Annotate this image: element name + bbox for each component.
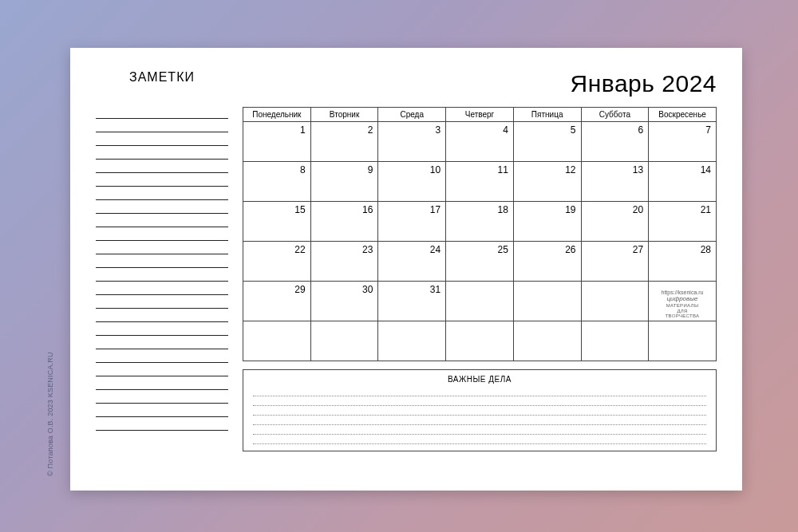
weekday-header: Понедельник xyxy=(243,108,311,122)
note-line xyxy=(96,241,228,254)
day-cell: 31 xyxy=(378,282,446,321)
note-line xyxy=(96,309,228,322)
day-cell xyxy=(513,282,581,321)
day-cell: 26 xyxy=(513,242,581,282)
weekday-header: Суббота xyxy=(581,108,649,122)
day-cell: 11 xyxy=(446,162,514,202)
note-line xyxy=(96,268,228,282)
stamp-brand: цифровые xyxy=(650,296,714,303)
day-cell: 17 xyxy=(378,202,446,242)
day-cell: 23 xyxy=(310,242,378,282)
note-line xyxy=(96,173,228,187)
day-cell: 30 xyxy=(310,282,378,321)
day-cell xyxy=(446,282,514,321)
day-cell: 5 xyxy=(513,122,581,162)
day-cell: 15 xyxy=(243,202,311,242)
calendar-grid: ПонедельникВторникСредаЧетвергПятницаСуб… xyxy=(243,107,717,361)
day-cell xyxy=(446,321,514,361)
note-line xyxy=(96,376,228,390)
day-cell xyxy=(310,321,378,361)
day-cell: 10 xyxy=(378,162,446,202)
weekday-header: Четверг xyxy=(446,108,514,122)
month-title: Январь 2024 xyxy=(243,70,717,97)
task-line xyxy=(253,425,706,435)
note-line xyxy=(96,119,228,132)
day-cell: 7 xyxy=(649,122,717,162)
day-cell: 4 xyxy=(446,122,514,162)
stamp-line: ТВОРЧЕСТВА xyxy=(650,313,714,319)
day-cell: 9 xyxy=(310,162,378,202)
day-cell xyxy=(649,321,717,361)
note-line xyxy=(96,349,228,363)
note-line xyxy=(96,417,228,431)
copyright-text: © Потапова О.В. 2023 KSENICA.RU xyxy=(46,352,54,476)
weekday-header: Воскресенье xyxy=(649,108,717,122)
note-line xyxy=(96,132,228,146)
day-cell: 3 xyxy=(378,122,446,162)
day-cell: 24 xyxy=(378,242,446,282)
stamp-url: https://ksenica.ru xyxy=(650,290,714,296)
notes-heading: ЗАМЕТКИ xyxy=(96,70,228,85)
note-line xyxy=(96,336,228,349)
note-line xyxy=(96,227,228,241)
notes-column: ЗАМЕТКИ xyxy=(96,70,243,468)
tasks-heading: ВАЖНЫЕ ДЕЛА xyxy=(253,375,706,384)
note-line xyxy=(96,404,228,417)
day-cell: 21 xyxy=(649,202,717,242)
day-cell: 22 xyxy=(243,242,311,282)
stamp-line: ДЛЯ xyxy=(650,309,714,314)
day-cell: 14 xyxy=(649,162,717,202)
day-cell: 6 xyxy=(581,122,649,162)
weekday-header: Среда xyxy=(378,108,446,122)
day-cell xyxy=(581,321,649,361)
calendar-page: ЗАМЕТКИ Январь 2024 ПонедельникВторникСр… xyxy=(70,48,742,491)
note-line xyxy=(96,187,228,200)
day-cell: 28 xyxy=(649,242,717,282)
watermark-stamp: https://ksenica.ruцифровыеМАТЕРИАЛЫДЛЯТВ… xyxy=(650,290,714,319)
task-line xyxy=(253,396,706,406)
notes-lines-area xyxy=(96,105,228,431)
weekday-header: Пятница xyxy=(513,108,581,122)
day-cell: 20 xyxy=(581,202,649,242)
note-line xyxy=(96,254,228,268)
note-line xyxy=(96,146,228,160)
day-cell: 29 xyxy=(243,282,311,321)
day-cell: 13 xyxy=(581,162,649,202)
task-line xyxy=(253,435,706,444)
day-cell: 1 xyxy=(243,122,311,162)
day-cell xyxy=(243,321,311,361)
day-cell: 18 xyxy=(446,202,514,242)
day-cell xyxy=(513,321,581,361)
note-line xyxy=(96,390,228,404)
task-line xyxy=(253,406,706,416)
day-cell: 2 xyxy=(310,122,378,162)
weekday-header: Вторник xyxy=(310,108,378,122)
note-line xyxy=(96,105,228,119)
task-line xyxy=(253,387,706,396)
note-line xyxy=(96,282,228,295)
day-cell: 12 xyxy=(513,162,581,202)
task-line xyxy=(253,416,706,425)
tasks-box: ВАЖНЫЕ ДЕЛА xyxy=(243,369,717,451)
note-line xyxy=(96,322,228,336)
note-line xyxy=(96,214,228,227)
note-line xyxy=(96,160,228,173)
day-cell: 25 xyxy=(446,242,514,282)
day-cell xyxy=(378,321,446,361)
note-line xyxy=(96,200,228,214)
day-cell: 8 xyxy=(243,162,311,202)
day-cell: https://ksenica.ruцифровыеМАТЕРИАЛЫДЛЯТВ… xyxy=(649,282,717,321)
stamp-line: МАТЕРИАЛЫ xyxy=(650,303,714,309)
day-cell: 27 xyxy=(581,242,649,282)
day-cell xyxy=(581,282,649,321)
note-line xyxy=(96,363,228,376)
note-line xyxy=(96,295,228,309)
day-cell: 19 xyxy=(513,202,581,242)
day-cell: 16 xyxy=(310,202,378,242)
